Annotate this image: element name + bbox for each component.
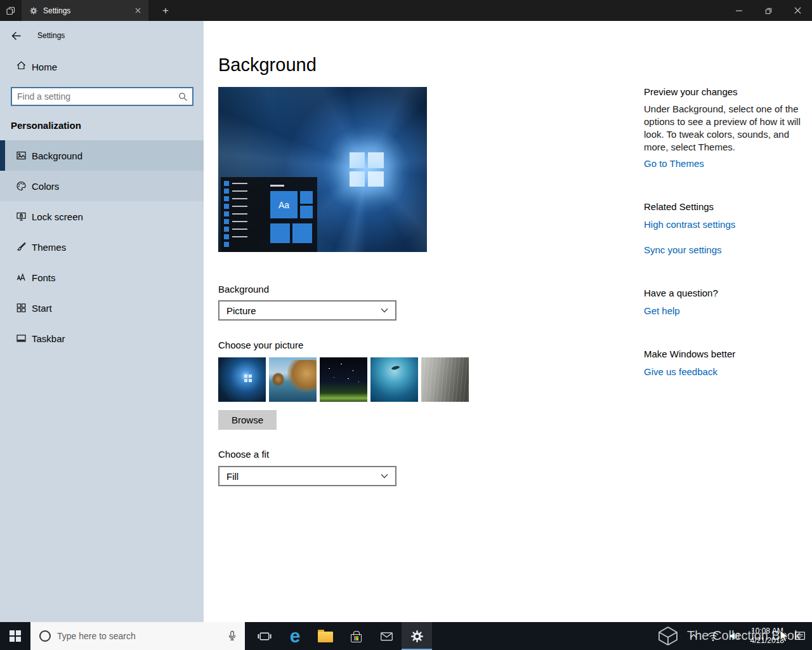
network-icon[interactable] (702, 622, 724, 650)
preview-changes-body: Under Background, select one of the opti… (644, 103, 801, 154)
small-tile (300, 206, 313, 218)
taskbar-search-input[interactable] (51, 631, 227, 641)
store-bag-icon (351, 634, 362, 642)
nav-label: Start (32, 303, 52, 314)
cortana-icon (39, 630, 51, 642)
fonts-icon (16, 272, 27, 282)
search-icon (178, 92, 188, 102)
related-settings-title: Related Settings (644, 201, 714, 212)
edge-browser-button[interactable]: e (280, 622, 310, 650)
picture-icon (16, 150, 27, 161)
sidebar-item-background[interactable]: Background (0, 140, 204, 171)
start-menu-preview: Aa (221, 177, 317, 252)
background-type-dropdown[interactable]: Picture (218, 300, 396, 321)
give-us-feedback-link[interactable]: Give us feedback (644, 366, 717, 377)
choose-fit-label: Choose a fit (218, 449, 269, 460)
microsoft-store-button[interactable] (341, 622, 371, 650)
nav-label: Themes (32, 242, 66, 253)
preview-changes-title: Preview your changes (644, 86, 738, 97)
personalization-header: Personalization (11, 120, 81, 131)
edge-icon: e (290, 624, 301, 648)
picture-thumbnail-windows-hero[interactable] (218, 357, 266, 402)
picture-thumbnail-cliff[interactable] (421, 357, 469, 402)
sidebar-item-colors[interactable]: Colors (0, 171, 204, 201)
settings-taskbar-button[interactable] (402, 622, 432, 650)
sidebar-item-themes[interactable]: Themes (0, 232, 204, 262)
tab-overview-button[interactable] (0, 0, 22, 21)
taskbar-search[interactable] (30, 622, 245, 650)
back-button[interactable] (11, 31, 22, 41)
picture-thumbnail-night-sky[interactable] (320, 357, 367, 402)
titlebar: Settings + (0, 0, 812, 21)
sidebar-item-lock-screen[interactable]: Lock screen (0, 201, 204, 232)
close-button[interactable] (783, 0, 812, 21)
nav-label: Background (32, 150, 82, 161)
nav-label: Fonts (32, 272, 56, 283)
fit-value: Fill (226, 471, 239, 482)
microsoft-flag-icon (354, 636, 358, 640)
selected-indicator (0, 140, 5, 171)
windows-logo (350, 152, 384, 187)
search-input[interactable] (12, 91, 178, 102)
settings-tab[interactable]: Settings (22, 0, 148, 21)
have-a-question-title: Have a question? (644, 288, 718, 298)
start-button[interactable] (0, 622, 30, 650)
sidebar: Settings Home Personalization (0, 21, 204, 622)
settings-gear-icon (410, 629, 424, 644)
get-help-link[interactable]: Get help (644, 305, 680, 316)
tile-group-label (270, 185, 284, 187)
system-tray: 10:08 AM 4/21/2018 (685, 622, 811, 650)
lock-screen-icon (16, 211, 27, 222)
nav-label: Colors (32, 181, 59, 192)
picture-thumbnail-underwater[interactable] (370, 357, 418, 402)
chevron-down-icon (381, 308, 388, 313)
chevron-down-icon (381, 474, 388, 479)
sidebar-item-home[interactable]: Home (0, 55, 204, 79)
help-column: Preview your changes Under Background, s… (644, 21, 809, 622)
home-icon (16, 60, 27, 73)
minimize-button[interactable] (724, 0, 754, 21)
sidebar-item-fonts[interactable]: Fonts (0, 262, 204, 293)
microphone-icon[interactable] (227, 630, 237, 642)
nav-label: Taskbar (32, 333, 65, 344)
back-row: Settings (0, 26, 65, 45)
go-to-themes-link[interactable]: Go to Themes (644, 158, 704, 169)
new-tab-button[interactable]: + (155, 0, 176, 21)
background-type-value: Picture (226, 305, 256, 316)
nav-label: Lock screen (32, 211, 83, 222)
background-preview: Aa (218, 87, 427, 252)
clock-date: 4/21/2018 (750, 636, 784, 646)
stacked-windows-icon (6, 6, 16, 16)
window-controls (724, 0, 812, 21)
action-center-button[interactable] (789, 622, 811, 650)
restore-button[interactable] (754, 0, 783, 21)
make-windows-better-title: Make Windows better (644, 348, 735, 359)
picture-thumbnail-beach-rocks[interactable] (269, 357, 317, 402)
task-view-button[interactable] (249, 622, 280, 650)
taskbar-icon (16, 333, 27, 343)
small-tile (300, 191, 313, 204)
themes-icon (16, 242, 27, 252)
aa-tile: Aa (270, 191, 298, 218)
sidebar-item-taskbar[interactable]: Taskbar (0, 323, 204, 354)
windows-flag-icon (10, 630, 21, 642)
start-app-list (232, 183, 247, 237)
tab-close-icon[interactable] (132, 5, 143, 17)
background-dropdown-label: Background (218, 284, 269, 295)
show-hidden-icons-button[interactable] (685, 622, 702, 650)
fit-dropdown[interactable]: Fill (218, 466, 396, 486)
taskbar-clock[interactable]: 10:08 AM 4/21/2018 (745, 627, 789, 646)
volume-icon[interactable] (724, 622, 745, 650)
sync-your-settings-link[interactable]: Sync your settings (644, 244, 722, 255)
home-label: Home (32, 62, 57, 72)
high-contrast-settings-link[interactable]: High contrast settings (644, 219, 735, 230)
envelope-icon (379, 630, 394, 643)
browse-button[interactable]: Browse (218, 410, 277, 430)
mail-button[interactable] (371, 622, 402, 650)
start-tile-rail (224, 181, 229, 247)
file-explorer-button[interactable] (310, 622, 341, 650)
choose-picture-label: Choose your picture (218, 340, 303, 350)
tab-title: Settings (43, 6, 127, 15)
sidebar-item-start[interactable]: Start (0, 293, 204, 323)
settings-gear-icon (29, 6, 38, 15)
